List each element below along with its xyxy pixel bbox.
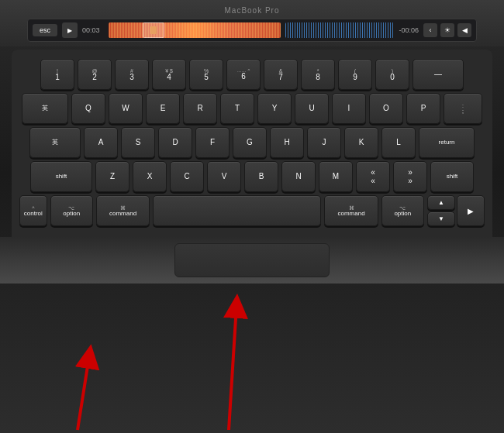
key-r[interactable]: R [183,93,217,124]
tb-left-btn[interactable]: ‹ [423,23,437,37]
key-0[interactable]: )0 [375,59,409,90]
time-end: -00:06 [399,26,419,34]
key-6[interactable]: …… ^6 [226,59,261,90]
key-up[interactable]: ▲ [427,195,455,210]
macbook-label: MacBook Pro [224,6,279,15]
qwerty-row: 英 Q W E R T Y U I O P :; [19,93,485,124]
key-v[interactable]: V [207,161,241,192]
key-ll[interactable]: « « [356,161,390,192]
key-caps[interactable]: 英 [29,127,81,158]
key-d[interactable]: D [158,127,192,158]
tb-controls: ‹ ☀ ◀ [423,23,471,37]
key-j[interactable]: J [307,127,341,158]
keyboard-area: !1 @2 #3 ¥ $4 %5 …… ^6 &7 *8 (9 )0 — 英 Q… [12,50,492,237]
screen-area: MacBook Pro esc ▶ 00:03 -00:06 ‹ ☀ [0,0,504,46]
waveform-texture [109,22,281,38]
key-5[interactable]: %5 [189,59,223,90]
key-o[interactable]: O [369,93,403,124]
key-i[interactable]: I [332,93,366,124]
key-rr[interactable]: » » [393,161,427,192]
key-m[interactable]: M [319,161,353,192]
key-4[interactable]: ¥ $4 [152,59,186,90]
bird-icon [149,25,158,36]
key-backspace[interactable]: — [413,59,464,90]
key-a[interactable]: A [84,127,118,158]
svg-rect-0 [150,26,157,34]
key-shift-right[interactable]: shift [430,161,474,192]
key-2[interactable]: @2 [78,59,112,90]
key-z[interactable]: Z [95,161,129,192]
key-y[interactable]: Y [257,93,292,124]
key-return2[interactable]: return [419,127,475,158]
key-c[interactable]: C [170,161,204,192]
svg-line-2 [229,306,236,430]
key-1[interactable]: !1 [40,59,74,90]
key-9[interactable]: (9 [338,59,372,90]
key-n[interactable]: N [281,161,316,192]
tb-sound-btn[interactable]: ◀ [457,23,471,37]
key-fn[interactable]: ^control [19,195,47,226]
zxcv-row: shift Z X C V B N M « « » » shift [19,161,485,192]
play-icon: ▶ [67,27,72,34]
asdf-row: 英 A S D F G H J K L return [19,127,485,158]
key-l[interactable]: L [381,127,416,158]
svg-line-1 [78,356,89,430]
key-q[interactable]: Q [71,93,105,124]
key-shift-left[interactable]: shift [30,161,92,192]
tb-sun-btn[interactable]: ☀ [440,23,454,37]
time-start: 00:03 [82,26,104,34]
key-command-left[interactable]: ⌘ command [96,195,150,226]
key-down[interactable]: ▼ [427,211,455,226]
nav-arrows: ▲ ▼ ▶ [427,195,485,226]
key-f[interactable]: F [195,127,230,158]
touch-bar: esc ▶ 00:03 -00:06 ‹ ☀ ◀ [27,19,477,42]
esc-key[interactable]: esc [33,24,57,36]
arrow-cluster: « « » » [356,161,427,192]
key-g[interactable]: G [233,127,267,158]
key-command-right[interactable]: ⌘ command [324,195,378,226]
bottom-row: ^control ⌥ option ⌘ command ⌘ command ⌥ … [19,195,485,226]
key-x[interactable]: X [133,161,167,192]
key-return[interactable]: :; [444,93,482,124]
key-space[interactable] [153,195,321,226]
bottom-bezel [0,237,504,284]
play-button[interactable]: ▶ [62,22,78,38]
trackpad[interactable] [174,243,330,277]
key-tab[interactable]: 英 [22,93,68,124]
key-7[interactable]: &7 [264,59,298,90]
waveform-secondary [285,22,394,38]
key-option-right[interactable]: ⌥ option [381,195,424,226]
key-k[interactable]: K [344,127,378,158]
key-e[interactable]: E [146,93,180,124]
key-u[interactable]: U [295,93,329,124]
key-p[interactable]: P [406,93,440,124]
laptop-container: MacBook Pro esc ▶ 00:03 -00:06 ‹ ☀ [0,0,504,433]
number-row: !1 @2 #3 ¥ $4 %5 …… ^6 &7 *8 (9 )0 — [19,59,485,90]
key-b[interactable]: B [244,161,278,192]
key-w[interactable]: W [109,93,143,124]
waveform-thumb[interactable] [143,22,164,38]
key-3[interactable]: #3 [115,59,149,90]
key-t[interactable]: T [220,93,254,124]
key-right[interactable]: ▶ [457,195,485,226]
waveform-main[interactable] [109,22,281,38]
key-8[interactable]: *8 [301,59,335,90]
key-s[interactable]: S [121,127,155,158]
key-h[interactable]: H [270,127,304,158]
key-option-left[interactable]: ⌥ option [50,195,93,226]
